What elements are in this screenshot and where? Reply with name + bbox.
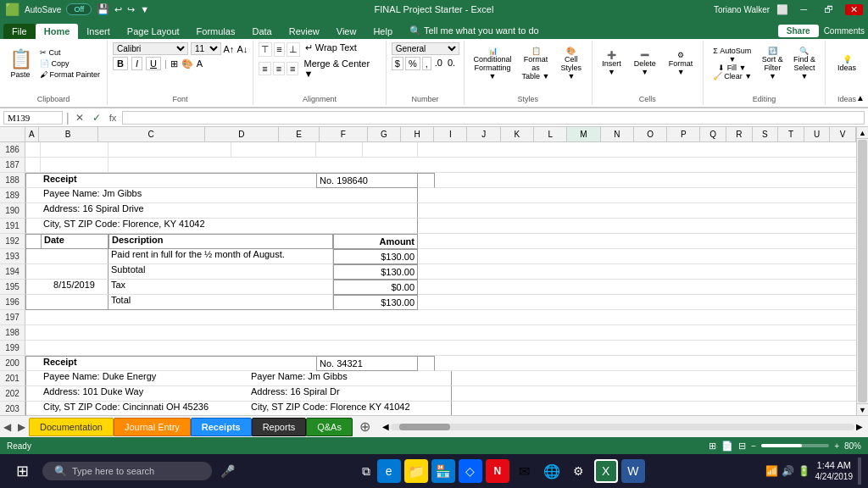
h-scroll-bar[interactable]	[391, 424, 854, 430]
task-view-icon[interactable]: ⧉	[359, 461, 374, 482]
cell[interactable]	[231, 356, 316, 371]
cell[interactable]	[231, 142, 316, 158]
dropbox-icon[interactable]: ◇	[459, 459, 482, 483]
format-as-table-button[interactable]: 📋Format asTable ▼	[519, 47, 553, 80]
cell-address[interactable]: Address: 16 Spiral Drive	[41, 203, 316, 219]
cell-amount-193[interactable]: $130.00	[333, 249, 418, 264]
cell[interactable]	[25, 310, 856, 325]
scroll-thumb[interactable]	[858, 140, 867, 402]
scroll-down-button[interactable]: ▼	[857, 403, 868, 415]
font-name-select[interactable]: Calibri	[113, 42, 188, 55]
cell[interactable]	[41, 158, 108, 173]
cell-styles-button[interactable]: 🎨CellStyles ▼	[556, 47, 587, 80]
vertical-scrollbar[interactable]: ▲ ▼	[856, 127, 868, 415]
sheet-tab-prev[interactable]: ◀	[0, 421, 14, 433]
align-middle-icon[interactable]: ≡	[274, 42, 284, 57]
close-button[interactable]: ✕	[845, 4, 863, 15]
formula-input[interactable]	[122, 111, 865, 125]
confirm-formula-icon[interactable]: ✓	[90, 112, 103, 124]
cell[interactable]	[418, 203, 856, 219]
cell-total-amount[interactable]: $130.00	[333, 295, 418, 310]
sheet-tab-reports[interactable]: Reports	[252, 418, 307, 436]
cell[interactable]	[435, 402, 452, 415]
cell-receipt2-no[interactable]: No. 34321	[316, 356, 418, 371]
cell[interactable]	[231, 173, 316, 188]
tab-page-layout[interactable]: Page Layout	[119, 24, 188, 39]
autosave-toggle[interactable]: Off	[66, 3, 92, 15]
name-box[interactable]	[3, 111, 63, 125]
taskbar-search-box[interactable]: 🔍 Type here to search	[42, 462, 212, 480]
align-left-icon[interactable]: ≡	[259, 62, 270, 75]
cell[interactable]	[25, 341, 856, 356]
cell[interactable]	[108, 356, 231, 371]
tab-home[interactable]: Home	[36, 24, 79, 39]
cell[interactable]	[108, 173, 231, 188]
sheet-tab-documentation[interactable]: Documentation	[29, 418, 114, 436]
restore-button[interactable]: 🗗	[819, 4, 838, 14]
cell[interactable]	[316, 188, 418, 203]
col-header-i[interactable]: I	[434, 127, 467, 141]
show-desktop-button[interactable]	[858, 458, 861, 485]
page-layout-icon[interactable]: 📄	[721, 441, 733, 452]
cell-date-193[interactable]	[41, 249, 108, 264]
tab-file[interactable]: File	[3, 24, 36, 39]
cell[interactable]	[316, 219, 418, 234]
cell-city-state[interactable]: City, ST ZIP Code: Florence, KY 41042	[41, 219, 316, 234]
cell[interactable]	[25, 371, 41, 386]
expand-ribbon-icon[interactable]: ▲	[853, 92, 868, 104]
number-format-select[interactable]: General	[392, 42, 459, 55]
cell[interactable]	[418, 188, 856, 203]
col-header-a[interactable]: A	[25, 127, 39, 141]
cell-desc-193[interactable]: Paid rent in full for the ½ month of Aug…	[108, 249, 333, 264]
h-scroll-left[interactable]: ◀	[381, 422, 391, 431]
cell-tax-label[interactable]: Tax	[108, 280, 333, 295]
tab-view[interactable]: View	[328, 24, 365, 39]
insert-button[interactable]: ➕Insert ▼	[598, 51, 626, 76]
cell[interactable]	[452, 371, 856, 386]
cell-date-195[interactable]: 8/15/2019	[41, 280, 108, 295]
netflix-icon[interactable]: N	[486, 459, 509, 483]
col-header-l[interactable]: L	[534, 127, 567, 141]
cell[interactable]	[418, 264, 856, 280]
file-explorer-icon[interactable]: 📁	[404, 459, 428, 483]
cell-addr2-payer[interactable]: Address: 16 Spiral Dr	[248, 386, 435, 402]
autosum-button[interactable]: Σ AutoSum ▼⬇ Fill ▼🧹 Clear ▼	[709, 47, 756, 80]
edge-icon[interactable]: e	[377, 459, 401, 483]
col-header-m[interactable]: M	[567, 127, 600, 141]
cell[interactable]	[25, 386, 41, 402]
redo-icon[interactable]: ↪	[127, 4, 135, 15]
cell[interactable]	[316, 203, 418, 219]
col-header-c[interactable]: C	[98, 127, 205, 141]
cell[interactable]	[25, 264, 41, 280]
customize-qat-icon[interactable]: ▼	[140, 4, 149, 14]
cell[interactable]	[231, 371, 248, 386]
sheet-tab-next[interactable]: ▶	[14, 421, 29, 433]
voice-search-icon[interactable]: 🎤	[217, 464, 238, 478]
align-right-icon[interactable]: ≡	[287, 62, 298, 75]
ribbon-display-icon[interactable]: ⬜	[776, 4, 788, 15]
clock[interactable]: 1:44 AM 4/24/2019	[815, 460, 854, 481]
col-header-j[interactable]: J	[467, 127, 500, 141]
mail-icon[interactable]: ✉	[513, 459, 537, 483]
col-header-u[interactable]: U	[804, 127, 831, 141]
format-painter-button[interactable]: 🖌 Format Painter	[37, 69, 103, 80]
format-button[interactable]: ⚙Format ▼	[664, 51, 698, 76]
cell[interactable]	[25, 188, 41, 203]
cell[interactable]	[25, 219, 41, 234]
sort-filter-button[interactable]: 🔃Sort &Filter ▼	[760, 47, 786, 80]
cell-receipt-no[interactable]: No. 198640	[316, 173, 418, 188]
comma-icon[interactable]: ,	[422, 57, 431, 70]
zoom-slider[interactable]	[761, 444, 829, 447]
ideas-button[interactable]: 💡Ideas	[837, 55, 856, 72]
col-header-s[interactable]: S	[753, 127, 779, 141]
sheet-tab-receipts[interactable]: Receipts	[191, 418, 252, 436]
align-center-icon[interactable]: ≡	[273, 62, 285, 75]
col-header-b[interactable]: B	[39, 127, 98, 141]
cell[interactable]	[418, 219, 856, 234]
cell[interactable]	[418, 280, 856, 295]
wrap-text-icon[interactable]: ↵ Wrap Text	[305, 42, 357, 57]
sheet-tab-journal-entry[interactable]: Journal Entry	[114, 418, 191, 436]
bold-button[interactable]: B	[113, 57, 128, 70]
col-header-f[interactable]: F	[320, 127, 368, 141]
cell[interactable]	[108, 158, 856, 173]
